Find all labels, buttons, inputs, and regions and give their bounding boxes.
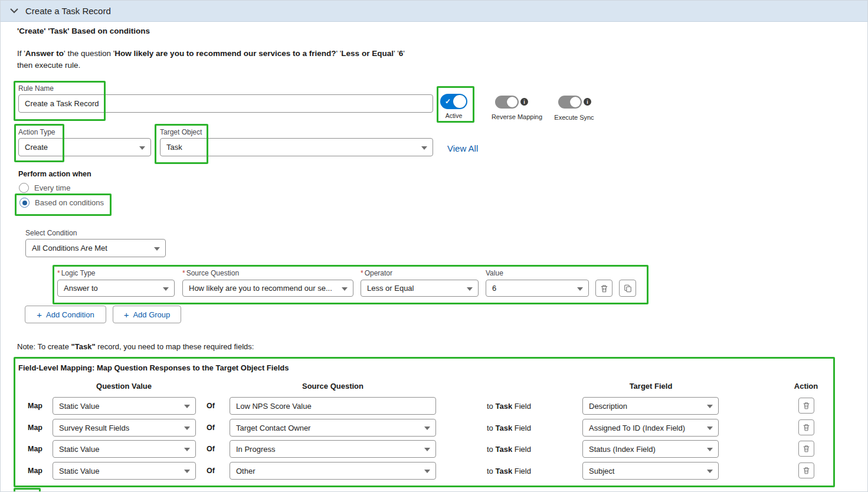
logic-type-select[interactable]: Answer to: [57, 280, 175, 297]
chevron-down-icon: [342, 287, 348, 291]
view-all-link[interactable]: View All: [447, 143, 478, 153]
radio-label: Based on conditions: [35, 198, 104, 207]
column-header-source-question: Source Question: [280, 382, 386, 391]
chevron-down-icon: [707, 405, 713, 408]
source-question-select[interactable]: Other: [230, 462, 436, 480]
radio-circle[interactable]: [19, 198, 30, 208]
target-field-select[interactable]: Subject: [582, 462, 719, 480]
chevron-down-icon: [424, 470, 430, 473]
of-label: Of: [207, 402, 215, 410]
radio-every-time[interactable]: Every time: [19, 183, 70, 193]
to-task-field-label: to Task Field: [487, 402, 531, 411]
map-label: Map: [28, 467, 42, 475]
info-icon[interactable]: i: [584, 98, 591, 106]
plus-icon: +: [124, 310, 129, 319]
operator-value: Less or Equal: [367, 284, 414, 293]
target-object-value: Task: [166, 143, 182, 152]
target-field-select[interactable]: Description: [582, 397, 719, 415]
plus-icon: +: [37, 310, 42, 319]
question-value-select[interactable]: Static Value: [53, 462, 196, 480]
trash-icon: [803, 467, 810, 474]
add-condition-button[interactable]: + Add Condition: [25, 306, 106, 323]
execute-sync-toggle[interactable]: [558, 96, 582, 109]
perform-when-label: Perform action when: [18, 170, 91, 178]
clone-condition-button[interactable]: [619, 280, 636, 297]
radio-label: Every time: [34, 183, 70, 192]
target-field-value: Status (Index Field): [589, 445, 656, 454]
chevron-down-icon[interactable]: [10, 8, 18, 14]
question-value-select[interactable]: Survey Result Fields: [53, 419, 196, 437]
target-object-select[interactable]: Task: [160, 138, 433, 156]
trash-icon: [600, 284, 608, 293]
chevron-down-icon: [421, 146, 427, 150]
operator-label: *Operator: [361, 269, 392, 277]
chevron-down-icon: [139, 146, 145, 150]
target-object-label: Target Object: [160, 128, 202, 136]
source-question-select[interactable]: How likely are you to recommend our se..…: [182, 280, 353, 297]
target-field-value: Subject: [589, 467, 614, 475]
add-group-label: Add Group: [133, 310, 170, 319]
rule-heading: 'Create' 'Task' Based on conditions: [17, 27, 150, 35]
mapping-note: Note: To create "Task" record, you need …: [17, 342, 254, 351]
toggle-knob: [507, 97, 517, 107]
source-question-value: In Progress: [236, 445, 275, 454]
radio-circle[interactable]: [19, 183, 29, 193]
mapping-row-1: Map Static Value Of to Task Field Descri…: [1, 397, 867, 415]
question-value: Static Value: [59, 467, 99, 475]
section-header[interactable]: Create a Task Record: [1, 1, 867, 22]
delete-mapping-row-button[interactable]: [798, 419, 814, 435]
action-type-select[interactable]: Create: [18, 138, 151, 156]
of-label: Of: [207, 467, 215, 475]
mapping-row-3: Map Static Value Of In Progress to Task …: [1, 440, 867, 458]
value-select[interactable]: 6: [486, 280, 589, 297]
trash-icon: [803, 445, 810, 452]
source-question-select[interactable]: In Progress: [230, 440, 436, 458]
of-label: Of: [207, 424, 215, 432]
annotation-bottom-partial: [14, 488, 41, 492]
source-question-select[interactable]: Target Contact Owner: [230, 419, 436, 437]
select-condition-select[interactable]: All Conditions Are Met: [25, 239, 166, 257]
mapping-title: Field-Level Mapping: Map Question Respon…: [18, 363, 289, 372]
map-label: Map: [28, 424, 42, 432]
check-icon: ✓: [445, 97, 451, 106]
of-label: Of: [207, 445, 215, 453]
required-asterisk: *: [361, 269, 363, 277]
map-label: Map: [28, 445, 42, 453]
logic-type-value: Answer to: [64, 284, 98, 293]
active-toggle[interactable]: ✓: [440, 94, 467, 109]
toggle-knob: [453, 95, 466, 108]
toggle-knob: [570, 97, 581, 107]
required-asterisk: *: [182, 269, 185, 277]
rule-condition-summary: If 'Answer to' the question 'How likely …: [17, 49, 405, 58]
radio-based-on-conditions[interactable]: Based on conditions: [19, 198, 104, 208]
info-icon[interactable]: i: [520, 98, 528, 106]
question-value-select[interactable]: Static Value: [53, 397, 196, 415]
chevron-down-icon: [154, 247, 160, 251]
target-field-select[interactable]: Status (Index Field): [582, 440, 719, 458]
chevron-down-icon: [707, 448, 713, 451]
chevron-down-icon: [467, 287, 473, 291]
question-value-select[interactable]: Static Value: [53, 440, 196, 458]
trash-icon: [803, 402, 810, 409]
copy-icon: [624, 284, 632, 293]
chevron-down-icon: [577, 287, 583, 291]
rule-execute-summary: then execute rule.: [17, 61, 80, 70]
select-condition-label: Select Condition: [25, 229, 77, 237]
chevron-down-icon: [184, 427, 190, 430]
delete-mapping-row-button[interactable]: [798, 441, 814, 457]
reverse-mapping-toggle[interactable]: [495, 96, 519, 109]
column-header-action: Action: [779, 382, 833, 391]
add-group-button[interactable]: + Add Group: [113, 306, 181, 323]
delete-mapping-row-button[interactable]: [798, 398, 814, 414]
action-type-value: Create: [25, 143, 48, 152]
chevron-down-icon: [184, 470, 190, 473]
delete-condition-button[interactable]: [595, 280, 612, 297]
operator-select[interactable]: Less or Equal: [361, 280, 479, 297]
create-task-record-page: Create a Task Record 'Create' 'Task' Bas…: [0, 0, 868, 492]
target-field-select[interactable]: Assigned To ID (Index Field): [582, 419, 719, 437]
source-question-input[interactable]: [230, 397, 436, 415]
rule-name-input[interactable]: [18, 94, 433, 113]
value-label: Value: [486, 269, 503, 277]
delete-mapping-row-button[interactable]: [798, 463, 814, 478]
chevron-down-icon: [424, 448, 430, 451]
